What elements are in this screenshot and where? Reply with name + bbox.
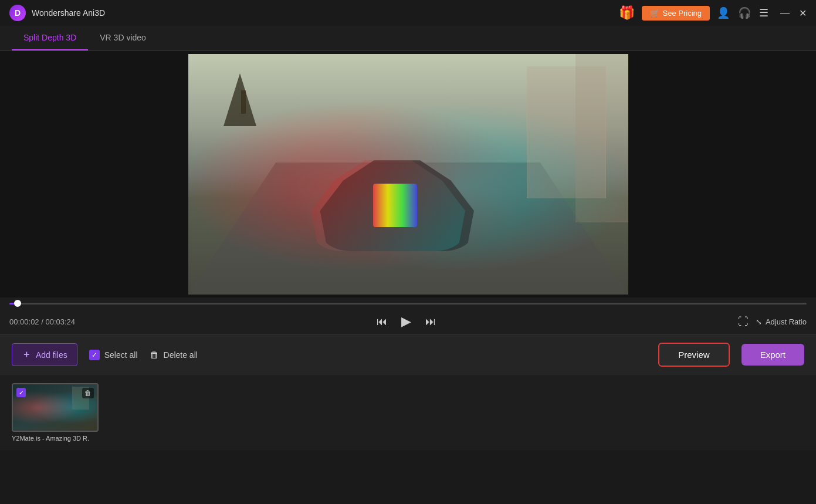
close-button[interactable]: ✕ xyxy=(799,8,807,19)
skip-forward-button[interactable]: ⏭ xyxy=(425,316,436,328)
file-thumbnail: ✓ 🗑 xyxy=(12,383,99,432)
select-all-label: Select all xyxy=(104,350,138,360)
fullscreen-icon: ⛶ xyxy=(738,316,749,328)
title-bar-right: 🎁 🛒 See Pricing 👤 🎧 ☰ — ✕ xyxy=(619,5,807,21)
preview-label: Preview xyxy=(678,350,709,360)
tree-left xyxy=(224,73,256,126)
delete-all-button[interactable]: 🗑 Delete all xyxy=(150,350,198,360)
gift-icon[interactable]: 🎁 xyxy=(619,5,635,21)
plus-icon: ＋ xyxy=(22,349,31,361)
window-controls: — ✕ xyxy=(780,8,807,19)
see-pricing-label: See Pricing xyxy=(663,9,702,18)
file-delete-button[interactable]: 🗑 xyxy=(82,388,94,398)
tab-vr-3d[interactable]: VR 3D video xyxy=(88,26,158,50)
play-button[interactable]: ▶ xyxy=(401,314,411,329)
tab-split-depth[interactable]: Split Depth 3D xyxy=(12,26,88,50)
cart-icon: 🛒 xyxy=(650,9,659,18)
skip-forward-icon: ⏭ xyxy=(425,316,436,328)
title-bar-left: D Wondershare Ani3D xyxy=(9,5,105,21)
minimize-button[interactable]: — xyxy=(780,8,790,18)
select-all-button[interactable]: ✓ Select all xyxy=(89,350,138,360)
playback-bar: 00:00:02 / 00:03:24 ⏮ ▶ ⏭ ⛶ ⤡ Adjust Rat… xyxy=(0,297,816,334)
title-bar: D Wondershare Ani3D 🎁 🛒 See Pricing 👤 🎧 … xyxy=(0,0,816,26)
video-preview xyxy=(188,54,628,295)
adjust-ratio-button[interactable]: ⤡ Adjust Ratio xyxy=(756,317,807,326)
see-pricing-button[interactable]: 🛒 See Pricing xyxy=(642,6,710,21)
app-title: Wondershare Ani3D xyxy=(32,8,105,18)
bottom-toolbar: ＋ Add files ✓ Select all 🗑 Delete all Pr… xyxy=(0,334,816,375)
add-files-button[interactable]: ＋ Add files xyxy=(12,343,77,366)
headphone-icon[interactable]: 🎧 xyxy=(738,6,751,19)
file-checkbox[interactable]: ✓ xyxy=(16,388,26,397)
tabs-bar: Split Depth 3D VR 3D video xyxy=(0,26,816,51)
file-list: ✓ 🗑 Y2Mate.is - Amazing 3D R. xyxy=(0,375,816,450)
add-files-label: Add files xyxy=(36,350,67,360)
menu-icon[interactable]: ☰ xyxy=(759,6,768,19)
video-area xyxy=(0,51,816,297)
aspect-icon: ⤡ xyxy=(756,317,762,326)
tab-vr-3d-label: VR 3D video xyxy=(100,33,146,42)
title-bar-icons: 👤 🎧 ☰ xyxy=(717,6,768,19)
building-far-right xyxy=(575,54,628,222)
select-all-checkbox: ✓ xyxy=(89,350,100,360)
user-icon[interactable]: 👤 xyxy=(717,6,730,19)
total-time: 00:03:24 xyxy=(45,317,75,326)
playback-buttons: ⏮ ▶ ⏭ xyxy=(377,314,436,329)
file-item[interactable]: ✓ 🗑 Y2Mate.is - Amazing 3D R. xyxy=(12,383,99,442)
file-name: Y2Mate.is - Amazing 3D R. xyxy=(12,435,99,442)
right-controls: ⛶ ⤡ Adjust Ratio xyxy=(738,316,807,328)
preview-button[interactable]: Preview xyxy=(658,343,729,367)
tab-split-depth-label: Split Depth 3D xyxy=(23,33,76,42)
time-display: 00:00:02 / 00:03:24 xyxy=(9,317,75,326)
logo-letter: D xyxy=(15,8,21,18)
trash-icon: 🗑 xyxy=(150,350,159,360)
app-logo: D xyxy=(9,5,26,21)
controls-row: 00:00:02 / 00:03:24 ⏮ ▶ ⏭ ⛶ ⤡ Adjust Rat… xyxy=(9,309,807,334)
current-time: 00:00:02 xyxy=(9,317,39,326)
progress-handle[interactable] xyxy=(14,300,21,307)
skip-back-button[interactable]: ⏮ xyxy=(377,316,387,328)
progress-track[interactable] xyxy=(9,297,807,309)
fullscreen-button[interactable]: ⛶ xyxy=(738,316,749,328)
export-button[interactable]: Export xyxy=(741,344,804,366)
play-icon: ▶ xyxy=(401,314,411,329)
skip-back-icon: ⏮ xyxy=(377,316,387,328)
progress-background xyxy=(9,303,807,305)
tree-trunk xyxy=(241,90,246,114)
delete-all-label: Delete all xyxy=(164,350,198,360)
video-canvas xyxy=(188,54,628,295)
export-label: Export xyxy=(760,350,785,360)
adjust-ratio-label: Adjust Ratio xyxy=(766,317,807,326)
car-stripe xyxy=(373,184,417,227)
